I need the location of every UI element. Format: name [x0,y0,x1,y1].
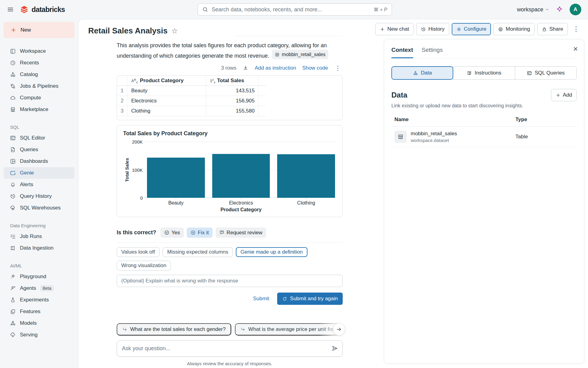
chip-genie-made-up-definition[interactable]: Genie made up a definition [236,247,307,257]
sidebar-item-workspace[interactable]: Workspace [4,45,74,57]
sidebar-item-job-runs[interactable]: Job Runs [4,231,74,242]
feedback-divider [117,243,343,243]
sidebar-item-experiments[interactable]: Experiments [4,294,74,306]
workspace-switcher[interactable]: workspace [517,6,549,13]
submit-and-try-again-button[interactable]: Submit and try again [277,293,343,305]
data-table: Name Type mobbin_retail_sales workspace.… [391,117,577,147]
header-kebab-menu[interactable]: ⋮ [570,25,582,33]
column-header-total[interactable]: 123Total Sales [206,76,258,86]
feedback-chips: Values look off Missing expected columns… [117,247,343,270]
request-review-button[interactable]: ? Request review [216,228,266,238]
sidebar-item-agents[interactable]: Agents Beta [4,282,74,294]
chart-title: Total Sales by Product Category [123,130,336,137]
sidebar-item-catalog[interactable]: Catalog [4,69,74,80]
sidebar-item-features[interactable]: Features [4,306,74,317]
feedback-row: Is this correct? Yes Fix it ? Request re… [117,228,343,238]
context-segments: Data Instructions SQL Queries [391,66,577,80]
segment-data[interactable]: Data [391,66,453,80]
new-button[interactable]: New [4,22,74,38]
show-code-link[interactable]: Show code [302,65,328,71]
history-icon [421,27,426,32]
tab-settings[interactable]: Settings [422,47,443,58]
dashboards-icon [10,158,16,164]
dataset-chip[interactable]: mobbin_retail_sales [272,50,328,59]
submit-button[interactable]: Submit [253,296,269,302]
sidebar-item-recents[interactable]: Recents [4,57,74,69]
ask-question-input[interactable] [117,340,343,357]
sidebar-item-alerts[interactable]: Alerts [4,179,74,190]
result-table-card: ABCProduct Category 123Total Sales 1 Bea… [117,75,343,121]
chip-missing-expected-columns[interactable]: Missing expected columns [163,247,233,257]
y-tick: 100K [132,167,143,172]
chart-x-axis-title: Product Category [146,207,336,213]
accuracy-disclaimer: Always review the accuracy of responses. [117,361,343,366]
sidebar-item-models[interactable]: Models [4,317,74,329]
dataset-name: mobbin_retail_sales [411,131,457,137]
yes-button[interactable]: Yes [160,228,184,238]
configure-button[interactable]: Configure [452,23,491,35]
new-chat-button[interactable]: New chat [375,23,414,35]
tab-context[interactable]: Context [391,47,413,58]
feedback-question: Is this correct? [117,229,156,236]
share-button[interactable]: Share [537,23,568,35]
history-button[interactable]: History [416,23,449,35]
data-row-mobbin-retail-sales[interactable]: mobbin_retail_sales workspace.dataset Ta… [391,127,577,147]
sidebar-item-playground[interactable]: Playground [4,271,74,282]
suggestion-row: What are the total sales for each gender… [117,323,343,335]
sidebar-item-dashboards[interactable]: Dashboards [4,155,74,167]
chip-wrong-visualization[interactable]: Wrong visualization [117,261,171,270]
chart-y-ticks: 200K 100K 0 [130,142,146,198]
sidebar-item-query-history[interactable]: Query History [4,190,74,202]
suggestion-chip-avg-price[interactable]: What is the average price per unit for e… [235,323,343,335]
sidebar-item-genie[interactable]: Genie [4,167,74,179]
add-as-instruction-link[interactable]: Add as instruction [255,65,296,71]
warehouse-icon [10,205,16,211]
column-header-category[interactable]: ABCProduct Category [127,76,206,86]
flask-icon [10,297,16,303]
chip-values-look-off[interactable]: Values look off [117,247,160,257]
monitoring-icon [498,27,503,32]
global-search-bar[interactable]: Search data, notebooks, recents, and mor… [198,3,392,16]
fix-it-button[interactable]: Fix it [187,228,213,238]
sidebar-item-marketplace[interactable]: Marketplace [4,104,74,115]
monitoring-button[interactable]: Monitoring [493,23,534,35]
sidebar-item-queries[interactable]: Queries [4,144,74,155]
close-icon[interactable]: × [573,45,578,53]
segment-instructions[interactable]: Instructions [453,66,515,80]
hamburger-menu-icon[interactable] [7,6,14,13]
plus-icon [380,27,385,32]
sidebar-item-serving[interactable]: Serving [4,329,74,341]
sidebar-item-compute[interactable]: Compute [4,92,74,104]
workspace-label: workspace [517,6,543,13]
next-suggestions-button[interactable] [333,323,345,335]
suggestion-chip-gender-sales[interactable]: What are the total sales for each gender… [117,323,231,335]
sidebar-item-jobs-pipelines[interactable]: Jobs & Pipelines [4,80,74,92]
sidebar-item-sql-editor[interactable]: SQL Editor [4,132,74,144]
bar-beauty [147,158,205,198]
cell-category: Electronics [127,96,206,106]
table-row[interactable]: 3 Clothing 155,580 [117,106,266,116]
table-row[interactable]: 1 Beauty 143,515 [117,86,266,96]
sidebar-item-data-ingestion[interactable]: Data Ingestion [4,242,74,254]
download-icon[interactable] [243,65,249,71]
feedback-comment-input[interactable] [117,275,343,287]
workspace-icon [10,48,16,54]
add-data-button[interactable]: Add [551,89,577,101]
databricks-logo[interactable]: databricks [20,5,65,14]
send-icon[interactable] [331,345,338,352]
segment-sql-queries[interactable]: SQL Queries [515,66,577,80]
result-toolbar: 3 rows Add as instruction Show code ⋮ [117,64,343,72]
sql-window-icon [527,71,532,76]
avatar[interactable]: A [570,4,581,15]
filler-header [258,76,266,86]
new-button-label: New [21,27,31,33]
assistant-sparkle-icon[interactable] [556,6,564,13]
queries-icon [10,147,16,153]
chart-y-axis-title: Total Sales [123,142,130,198]
header-actions: New chat History Configure Monitoring Sh… [375,23,582,35]
result-kebab-menu[interactable]: ⋮ [334,64,341,72]
review-bubble-icon: ? [219,230,224,235]
sidebar-item-sql-warehouses[interactable]: SQL Warehouses [4,202,74,214]
genie-icon [10,170,16,176]
table-row[interactable]: 2 Electronics 156,905 [117,96,266,106]
